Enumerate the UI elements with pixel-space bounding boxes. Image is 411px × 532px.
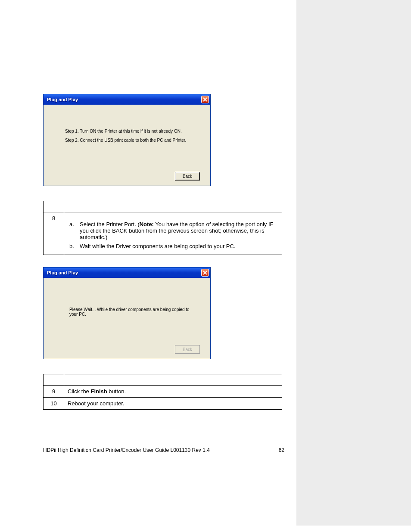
step-10-procedure: Reboot your computer.: [64, 398, 282, 410]
procedure-header-cell: [64, 201, 282, 212]
table-row: 8 a. Select the Printer Port. (Note: You…: [44, 212, 282, 255]
step-number: 10: [44, 398, 64, 410]
table-row: 9 Click the Finish button.: [44, 386, 282, 398]
list-marker-a: a.: [69, 221, 80, 240]
dialog1-body: Step 1. Turn ON the Printer at this time…: [44, 105, 210, 169]
back-button[interactable]: Back: [175, 172, 200, 180]
dialog2-button-row: Back: [44, 342, 210, 359]
dialog2-wait-text: Please Wait... While the driver componen…: [69, 307, 197, 317]
procedure-header-cell: [64, 374, 282, 386]
step-8b-text: Wait while the Driver components are bei…: [80, 243, 278, 249]
dialog2-titlebar: Plug and Play: [44, 268, 210, 278]
plug-and-play-dialog-2: Plug and Play Please Wait... While the d…: [43, 267, 211, 359]
step-8-procedure: a. Select the Printer Port. (Note: You h…: [64, 212, 282, 255]
close-icon[interactable]: [201, 269, 209, 277]
step-8a-text: Select the Printer Port. (Note: You have…: [80, 221, 278, 240]
dialog1-button-row: Back: [44, 169, 210, 186]
step-number: 8: [44, 212, 64, 255]
back-button-disabled: Back: [175, 345, 200, 354]
close-icon[interactable]: [201, 96, 209, 103]
page-content: Plug and Play Step 1. Turn ON the Printe…: [43, 94, 284, 410]
instruction-table-2: 9 Click the Finish button. 10 Reboot you…: [43, 374, 282, 410]
step-header-cell: [44, 201, 64, 212]
table-row: [44, 374, 282, 386]
list-marker-b: b.: [69, 243, 80, 249]
plug-and-play-dialog-1: Plug and Play Step 1. Turn ON the Printe…: [43, 94, 211, 186]
step-number: 9: [44, 386, 64, 398]
dialog1-step2: Step 2. Connect the USB print cable to b…: [65, 138, 197, 143]
dialog2-title: Plug and Play: [47, 270, 78, 275]
step-header-cell: [44, 374, 64, 386]
page-number: 62: [279, 447, 284, 453]
dialog1-titlebar: Plug and Play: [44, 94, 210, 105]
dialog1-step1: Step 1. Turn ON the Printer at this time…: [65, 129, 197, 134]
right-margin-band: [296, 0, 411, 526]
page-footer: HDPii High Definition Card Printer/Encod…: [43, 447, 284, 453]
table-row: 10 Reboot your computer.: [44, 398, 282, 410]
dialog1-title: Plug and Play: [47, 97, 78, 102]
table-row: [44, 201, 282, 212]
instruction-table-1: 8 a. Select the Printer Port. (Note: You…: [43, 201, 282, 255]
dialog2-body: Please Wait... While the driver componen…: [44, 278, 210, 342]
footer-left: HDPii High Definition Card Printer/Encod…: [43, 447, 210, 453]
step-9-procedure: Click the Finish button.: [64, 386, 282, 398]
